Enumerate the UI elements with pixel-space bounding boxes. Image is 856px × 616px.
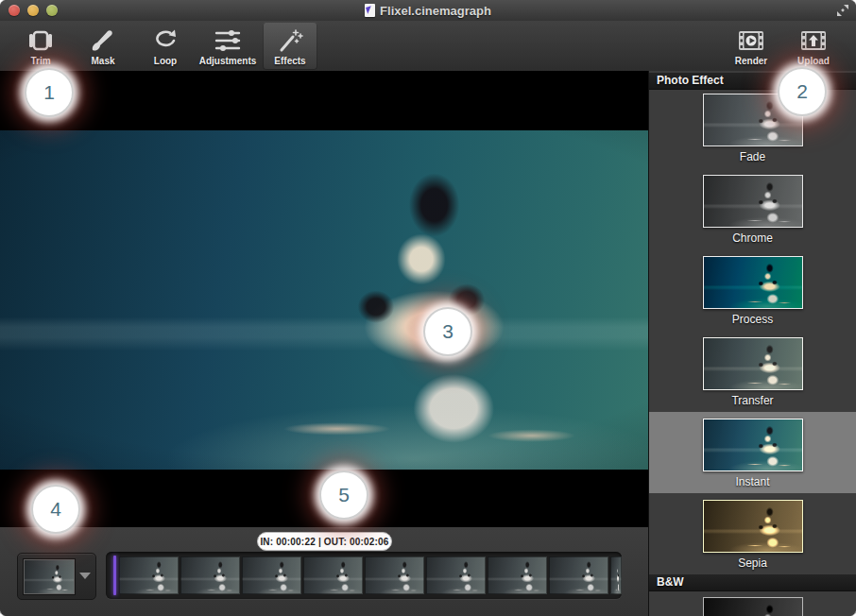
effect-item-transfer[interactable]: Transfer xyxy=(649,331,856,412)
clip-thumbnail xyxy=(24,559,75,594)
callout-1: 1 xyxy=(25,68,74,117)
adjustments-label: Adjustments xyxy=(199,56,257,67)
filmstrip[interactable] xyxy=(106,552,622,599)
in-out-badge: IN: 00:00:22 | OUT: 00:02:06 xyxy=(257,532,392,551)
filmstrip-frame-partial[interactable] xyxy=(610,556,622,594)
filmstrip-frame[interactable] xyxy=(180,556,240,594)
trim-icon xyxy=(27,26,54,56)
effect-name: Sepia xyxy=(649,556,856,570)
preview-area xyxy=(0,71,648,527)
mask-label: Mask xyxy=(91,56,114,67)
fullscreen-icon[interactable] xyxy=(836,4,849,17)
clip-selector[interactable] xyxy=(17,553,96,600)
loop-icon xyxy=(152,26,179,56)
trim-button[interactable]: Trim xyxy=(13,22,68,70)
filmstrip-frame[interactable] xyxy=(488,556,547,594)
toolbar: Trim Mask Loop Adjustments xyxy=(0,21,856,72)
effect-name: Transfer xyxy=(649,394,856,407)
callout-3: 3 xyxy=(423,307,472,356)
effect-name: Instant xyxy=(649,475,856,488)
preview-image xyxy=(0,130,648,470)
timeline-panel: IN: 00:00:22 | OUT: 00:02:06 xyxy=(0,527,648,616)
effect-thumbnail xyxy=(703,597,803,616)
adjustments-button[interactable]: Adjustments xyxy=(200,22,255,70)
title-wrap: Flixel.cinemagraph xyxy=(0,0,856,21)
chevron-down-icon xyxy=(79,573,91,579)
effect-thumbnail xyxy=(703,337,803,390)
effect-item-bw-partial[interactable] xyxy=(649,591,856,616)
effects-label: Effects xyxy=(274,56,305,67)
upload-label: Upload xyxy=(797,56,830,67)
upload-icon xyxy=(800,26,827,56)
bw-header: B&W xyxy=(649,574,856,591)
filmstrip-frames xyxy=(119,556,622,594)
callout-2: 2 xyxy=(778,67,827,116)
trim-label: Trim xyxy=(30,56,50,67)
filmstrip-frame[interactable] xyxy=(549,556,608,594)
mask-button[interactable]: Mask xyxy=(76,22,130,70)
filmstrip-frame[interactable] xyxy=(242,556,301,594)
effects-button[interactable]: Effects xyxy=(263,22,317,70)
upload-button[interactable]: Upload xyxy=(786,22,841,70)
callout-5: 5 xyxy=(319,471,368,520)
loop-button[interactable]: Loop xyxy=(138,22,193,70)
effect-name: Fade xyxy=(649,150,856,163)
render-button[interactable]: Render xyxy=(724,22,779,70)
filmstrip-frame[interactable] xyxy=(365,556,424,594)
filmstrip-frame[interactable] xyxy=(303,556,363,594)
app-window: Flixel.cinemagraph Trim Mask xyxy=(0,0,856,616)
effect-name: Process xyxy=(649,313,856,326)
callout-4: 4 xyxy=(31,485,80,534)
adjustments-icon xyxy=(214,26,241,56)
effect-item-process[interactable]: Process xyxy=(649,249,856,331)
effect-thumbnail xyxy=(703,256,803,309)
document-icon xyxy=(365,4,375,17)
window-title: Flixel.cinemagraph xyxy=(380,4,491,18)
effect-thumbnail xyxy=(703,500,803,553)
playhead[interactable] xyxy=(113,556,116,595)
effects-sidebar: Photo Effect Fade Chrome Process Transfe… xyxy=(648,71,856,616)
filmstrip-frame[interactable] xyxy=(119,556,179,594)
toolbar-left-group: Trim Mask Loop Adjustments xyxy=(0,21,321,71)
titlebar: Flixel.cinemagraph xyxy=(0,0,856,22)
effect-item-instant[interactable]: Instant xyxy=(649,412,856,493)
effect-item-sepia[interactable]: Sepia xyxy=(649,493,856,574)
mask-icon xyxy=(90,26,116,56)
loop-label: Loop xyxy=(154,56,177,67)
effect-thumbnail xyxy=(703,419,803,471)
filmstrip-frame[interactable] xyxy=(426,556,486,594)
effect-name: Chrome xyxy=(649,231,856,245)
render-icon xyxy=(738,26,764,56)
render-label: Render xyxy=(735,56,767,67)
effects-icon xyxy=(277,26,303,56)
effect-item-chrome[interactable]: Chrome xyxy=(649,168,856,249)
effect-thumbnail xyxy=(703,175,803,228)
toolbar-right-group: Render Upload xyxy=(720,21,856,71)
